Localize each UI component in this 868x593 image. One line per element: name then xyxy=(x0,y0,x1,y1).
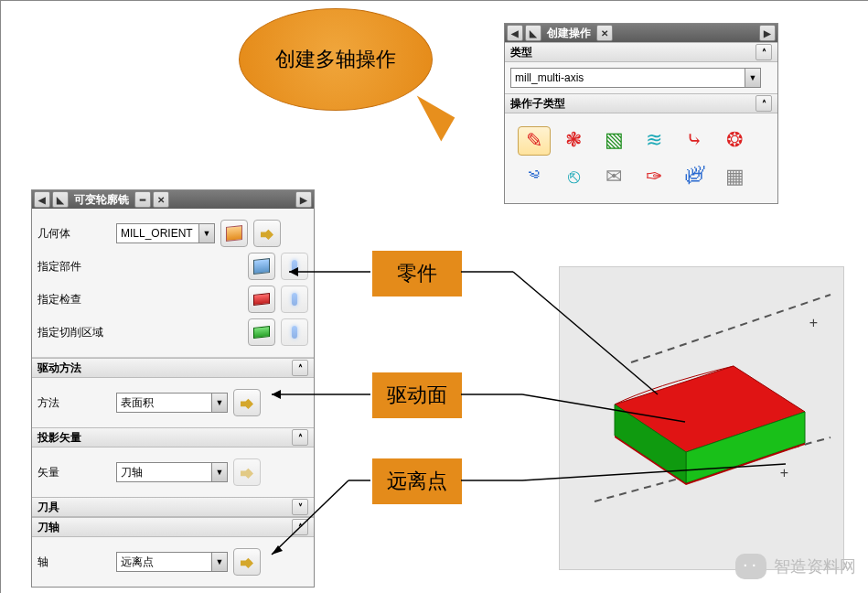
subtype-section-body: ✎ ❃ ▧ ≋ ⤷ ❂ ༄ ⎋ ✉ ✑ ༗ ▦ xyxy=(505,113,777,203)
create-op-title: 创建操作 xyxy=(543,26,595,41)
arrow-right-icon[interactable]: ▶ xyxy=(759,25,776,41)
op-sequential-mill[interactable]: ▧ xyxy=(598,126,629,154)
callout-bubble-text: 创建多轴操作 xyxy=(275,46,396,73)
geometry-label: 几何体 xyxy=(38,226,111,242)
specify-check-button[interactable] xyxy=(248,286,275,313)
specify-cutarea-button[interactable] xyxy=(248,318,275,346)
op-zigzag-surface[interactable]: ≋ xyxy=(638,126,670,154)
chevron-down-icon[interactable]: ▼ xyxy=(211,463,227,481)
arrow-right-icon[interactable]: ▶ xyxy=(295,191,312,208)
display-cutarea-button[interactable] xyxy=(281,318,308,346)
edit-axis-button[interactable] xyxy=(233,548,261,576)
deburr-icon: ✑ xyxy=(646,167,662,187)
proj-vector-row: 矢量 刀轴 ▼ xyxy=(38,458,308,486)
viewport-3d[interactable]: + + xyxy=(559,266,844,570)
create-operation-panel: ◀ ◣ 创建操作 ✕ ▶ 类型 ˄ mill_multi-axis ▼ 操作子类… xyxy=(504,23,778,204)
type-section-title: 类型 xyxy=(510,45,532,60)
axis-section-title: 刀轴 xyxy=(38,520,59,535)
pin-icon[interactable]: ◣ xyxy=(525,25,541,41)
axis-dropdown[interactable]: 远离点 ▼ xyxy=(116,552,228,572)
generic-motion-icon: ▦ xyxy=(725,167,745,187)
tool-section-header[interactable]: 刀具 ˅ xyxy=(32,497,314,517)
wrench-icon xyxy=(241,466,253,479)
display-part-button[interactable] xyxy=(281,253,308,280)
tilt-axis-icon: ⤷ xyxy=(686,130,702,150)
op-subtype-grid: ✎ ❃ ▧ ≋ ⤷ ❂ ༄ ⎋ ✉ ✑ ༗ ▦ xyxy=(510,119,772,198)
op-variable-contour[interactable]: ✎ xyxy=(518,126,551,156)
watermark-text: 智造资料网 xyxy=(774,555,856,577)
op-generic-motion[interactable]: ▦ xyxy=(719,163,750,190)
type-section-header[interactable]: 类型 ˄ xyxy=(505,42,777,62)
swarf-icon: ✉ xyxy=(605,167,622,187)
chevron-up-icon[interactable]: ˄ xyxy=(755,44,772,60)
drive-method-dropdown[interactable]: 表面积 ▼ xyxy=(116,393,228,413)
wrench-icon xyxy=(241,555,253,568)
variable-contour-panel: ◀ ◣ 可变轮廓铣 ━ ✕ ▶ 几何体 MILL_ORIENT ▼ 指定部件 指… xyxy=(31,189,315,588)
axis-section-header[interactable]: 刀轴 ˄ xyxy=(32,517,314,537)
op-flow-cut[interactable]: ༗ xyxy=(679,163,710,190)
drive-curve-icon: ༄ xyxy=(529,167,539,187)
edit-geometry-button[interactable] xyxy=(253,220,281,247)
slab-red-icon xyxy=(253,293,270,306)
watermark: 智造资料网 xyxy=(735,554,856,579)
wrench-icon xyxy=(261,227,273,240)
chevron-down-icon[interactable]: ▼ xyxy=(211,394,227,412)
chevron-down-icon[interactable]: ▼ xyxy=(211,553,227,571)
chevron-down-icon[interactable]: ▼ xyxy=(198,224,214,243)
close-icon[interactable]: ✕ xyxy=(153,191,169,208)
model-3d xyxy=(596,359,807,487)
chevron-up-icon[interactable]: ˄ xyxy=(292,429,308,446)
op-deburr[interactable]: ✑ xyxy=(638,163,670,190)
op-variable-profile[interactable]: ❃ xyxy=(558,126,589,154)
drive-section-body: 方法 表面积 ▼ xyxy=(32,378,314,427)
op-tool-axis-vector[interactable]: ⎋ xyxy=(558,163,589,190)
create-op-title-bar[interactable]: ◀ ◣ 创建操作 ✕ ▶ xyxy=(505,24,777,42)
subtype-section-title: 操作子类型 xyxy=(510,96,565,112)
drive-method-row: 方法 表面积 ▼ xyxy=(38,389,308,416)
op-swarf[interactable]: ✉ xyxy=(598,163,629,190)
drive-method-value: 表面积 xyxy=(117,395,211,411)
geometry-dropdown[interactable]: MILL_ORIENT ▼ xyxy=(116,223,215,243)
tool-axis-vector-icon: ⎋ xyxy=(568,167,580,187)
op-drive-curve[interactable]: ༄ xyxy=(518,163,549,190)
specify-check-row: 指定检查 xyxy=(38,286,308,313)
op-rotary-floor[interactable]: ❂ xyxy=(719,126,750,154)
wrench-icon xyxy=(241,396,253,409)
sequential-mill-icon: ▧ xyxy=(605,130,624,150)
vc-title: 可变轮廓铣 xyxy=(70,192,133,208)
edit-drive-button[interactable] xyxy=(233,389,261,416)
edit-proj-button[interactable] xyxy=(233,458,261,486)
new-geometry-button[interactable] xyxy=(220,220,248,247)
proj-section-header[interactable]: 投影矢量 ˄ xyxy=(32,427,314,447)
specify-part-button[interactable] xyxy=(248,253,275,280)
chevron-down-icon[interactable]: ▼ xyxy=(745,69,760,87)
op-tilt-axis[interactable]: ⤷ xyxy=(679,126,710,154)
chevron-down-icon[interactable]: ˅ xyxy=(292,499,308,515)
callout-surface: 驱动面 xyxy=(372,372,462,418)
minimize-icon[interactable]: ━ xyxy=(134,191,151,208)
close-icon[interactable]: ✕ xyxy=(596,25,613,41)
geometry-value: MILL_ORIENT xyxy=(117,227,198,240)
chevron-up-icon[interactable]: ˄ xyxy=(292,519,308,535)
drive-section-header[interactable]: 驱动方法 ˄ xyxy=(32,358,314,378)
display-check-button[interactable] xyxy=(281,286,308,313)
drive-method-label: 方法 xyxy=(38,395,111,411)
callout-surface-text: 驱动面 xyxy=(387,382,447,409)
torch-icon xyxy=(292,326,297,339)
pin-icon[interactable]: ◣ xyxy=(52,191,69,208)
proj-vector-dropdown[interactable]: 刀轴 ▼ xyxy=(116,462,228,482)
chevron-up-icon[interactable]: ˄ xyxy=(755,95,772,112)
variable-contour-icon: ✎ xyxy=(526,131,542,151)
axis-label: 轴 xyxy=(38,555,111,570)
vc-title-bar[interactable]: ◀ ◣ 可变轮廓铣 ━ ✕ ▶ xyxy=(32,190,314,209)
flow-cut-icon: ༗ xyxy=(684,167,704,187)
type-dropdown[interactable]: mill_multi-axis ▼ xyxy=(510,68,761,88)
callout-part-text: 零件 xyxy=(397,260,437,287)
subtype-section-header[interactable]: 操作子类型 ˄ xyxy=(505,93,777,113)
type-value: mill_multi-axis xyxy=(511,71,745,84)
chevron-up-icon[interactable]: ˄ xyxy=(292,360,308,376)
arrow-left-icon[interactable]: ◀ xyxy=(34,191,50,208)
arrow-left-icon[interactable]: ◀ xyxy=(507,25,523,41)
axis-row: 轴 远离点 ▼ xyxy=(38,548,308,576)
slab-green-icon xyxy=(253,326,270,339)
